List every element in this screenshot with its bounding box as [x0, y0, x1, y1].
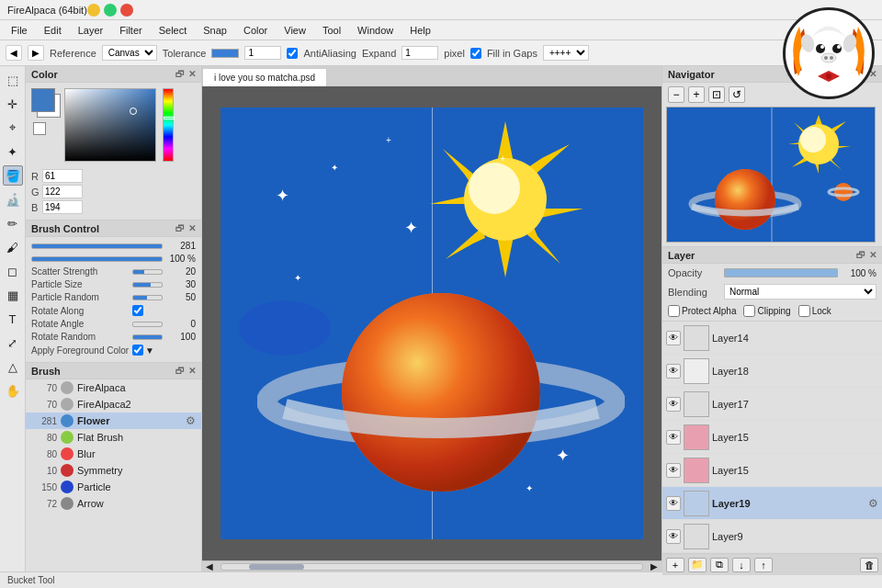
brush-panel-float[interactable]: 🗗 [175, 366, 185, 376]
layer-copy-button[interactable]: ⧉ [710, 558, 729, 572]
nav-fit-button[interactable]: ⊡ [708, 86, 725, 103]
expand-input[interactable] [401, 46, 438, 60]
layer-panel-close[interactable]: ✕ [869, 250, 876, 260]
layer-visibility[interactable]: 👁 [666, 364, 681, 379]
menu-snap[interactable]: Snap [196, 23, 234, 38]
menu-window[interactable]: Window [350, 23, 401, 38]
menu-layer[interactable]: Layer [71, 23, 111, 38]
layer-visibility[interactable]: 👁 [666, 463, 681, 478]
antialiasing-checkbox[interactable] [287, 48, 298, 59]
canvas-wrapper[interactable]: ✦ ✦ ✦ ✦ ✦ ✦ + + [202, 86, 662, 560]
rotatealong-checkbox[interactable] [132, 305, 143, 316]
menu-tool[interactable]: Tool [315, 23, 348, 38]
list-item[interactable]: 72 Arrow [26, 495, 201, 512]
layer-panel-float[interactable]: 🗗 [856, 250, 865, 260]
particlerandom-slider[interactable] [132, 295, 163, 300]
opacity-slider[interactable] [31, 256, 163, 262]
lock-checkbox[interactable] [798, 305, 810, 317]
gear-icon[interactable]: ⚙ [868, 497, 878, 510]
layer-visibility[interactable]: 👁 [666, 331, 681, 345]
color-gradient[interactable] [64, 88, 156, 162]
color-panel-close[interactable]: ✕ [188, 69, 196, 79]
tool-hand[interactable]: ✋ [3, 380, 23, 401]
list-item-active[interactable]: 281 Flower ⚙ [26, 413, 201, 429]
tool-brush[interactable]: 🖌 [3, 237, 23, 257]
list-item[interactable]: 150 Particle [26, 479, 201, 495]
list-item[interactable]: 80 Flat Brush [26, 429, 201, 446]
toolbar-btn2[interactable]: ▶ [28, 45, 44, 61]
list-item[interactable]: 70 FireAlpaca2 [26, 396, 201, 413]
table-row[interactable]: 👁 Layer18 [662, 355, 882, 388]
tool-text[interactable]: T [3, 309, 23, 329]
particlesize-slider[interactable] [132, 282, 163, 288]
brush-panel-close[interactable]: ✕ [188, 366, 196, 376]
menu-view[interactable]: View [277, 23, 313, 38]
list-item[interactable]: 80 Blur [26, 446, 201, 462]
tool-lasso[interactable]: ⌖ [3, 118, 23, 138]
table-row[interactable]: 👁 Layer9 [662, 520, 882, 553]
scatter-slider[interactable] [132, 269, 163, 275]
layer-visibility[interactable]: 👁 [666, 430, 681, 445]
layer-add-button[interactable]: + [666, 558, 684, 572]
g-input[interactable] [42, 185, 83, 198]
b-input[interactable] [42, 200, 83, 214]
menu-select[interactable]: Select [152, 23, 195, 38]
nav-reset-button[interactable]: ↺ [729, 86, 745, 103]
minimize-button[interactable] [87, 4, 100, 17]
protect-alpha-checkbox[interactable] [668, 305, 680, 317]
layer-visibility[interactable]: 👁 [666, 529, 681, 544]
brush-control-float[interactable]: 🗗 [175, 223, 185, 233]
table-row[interactable]: 👁 Layer14 [662, 322, 882, 355]
layer-up-button[interactable]: ↑ [754, 558, 773, 572]
toolbar-btn1[interactable]: ◀ [6, 45, 22, 61]
r-input[interactable] [42, 169, 83, 183]
canvas-tab[interactable]: i love you so matcha.psd [202, 68, 327, 86]
nav-preview[interactable] [666, 107, 876, 243]
menu-edit[interactable]: Edit [37, 23, 69, 38]
tool-move[interactable]: ✛ [3, 94, 23, 114]
size-slider[interactable] [31, 243, 163, 249]
rotateangle-slider[interactable] [132, 322, 163, 327]
maximize-button[interactable] [104, 4, 117, 17]
fg-swatch[interactable] [31, 88, 55, 112]
rotaterandom-slider[interactable] [132, 334, 163, 340]
tool-pencil[interactable]: ✏ [3, 213, 23, 233]
tool-eraser[interactable]: ◻ [3, 261, 23, 281]
scroll-arrow-right[interactable]: ▶ [647, 561, 662, 571]
layer-folder-button[interactable]: 📁 [688, 558, 707, 572]
fillingaps-checkbox[interactable] [470, 48, 481, 59]
table-row[interactable]: 👁 Layer15 [662, 454, 882, 487]
table-row[interactable]: 👁 Layer15 [662, 421, 882, 454]
horizontal-scrollbar[interactable]: ◀ ▶ [202, 560, 662, 571]
close-button[interactable] [120, 4, 133, 17]
scroll-thumb[interactable] [249, 564, 304, 570]
list-item[interactable]: 10 Symmetry [26, 462, 201, 479]
menu-filter[interactable]: Filter [112, 23, 149, 38]
tool-gradient[interactable]: ▦ [3, 285, 23, 305]
layer-visibility[interactable]: 👁 [666, 397, 681, 412]
list-item[interactable]: 70 FireAlpaca [26, 379, 201, 396]
tool-magic-wand[interactable]: ✦ [3, 141, 23, 162]
color-panel-float[interactable]: 🗗 [175, 69, 185, 79]
ref-select[interactable]: Canvas [102, 45, 157, 61]
nav-zoom-out-button[interactable]: − [668, 86, 684, 103]
tool-bucket[interactable]: 🪣 [3, 165, 23, 186]
layer-down-button[interactable]: ↓ [732, 558, 751, 572]
layer-visibility[interactable]: 👁 [666, 496, 681, 511]
hue-strip[interactable] [163, 88, 174, 162]
tool-eyedropper[interactable]: 🔬 [3, 189, 23, 209]
scroll-arrow-left[interactable]: ◀ [202, 561, 217, 571]
tolerance-input[interactable] [244, 46, 281, 60]
brush-control-close[interactable]: ✕ [188, 223, 196, 233]
blend-select[interactable]: Normal [724, 284, 876, 300]
menu-color[interactable]: Color [236, 23, 275, 38]
table-row[interactable]: 👁 Layer17 [662, 388, 882, 421]
opacity-bar[interactable] [724, 268, 838, 277]
tool-marquee[interactable]: ⬚ [3, 70, 23, 90]
tool-transform[interactable]: ⤢ [3, 333, 23, 353]
applyfg-arrow[interactable]: ▼ [145, 345, 154, 356]
layer-delete-button[interactable]: 🗑 [860, 558, 878, 572]
white-swatch[interactable] [33, 122, 46, 135]
gear-icon[interactable]: ⚙ [186, 414, 196, 427]
menu-help[interactable]: Help [402, 23, 438, 38]
